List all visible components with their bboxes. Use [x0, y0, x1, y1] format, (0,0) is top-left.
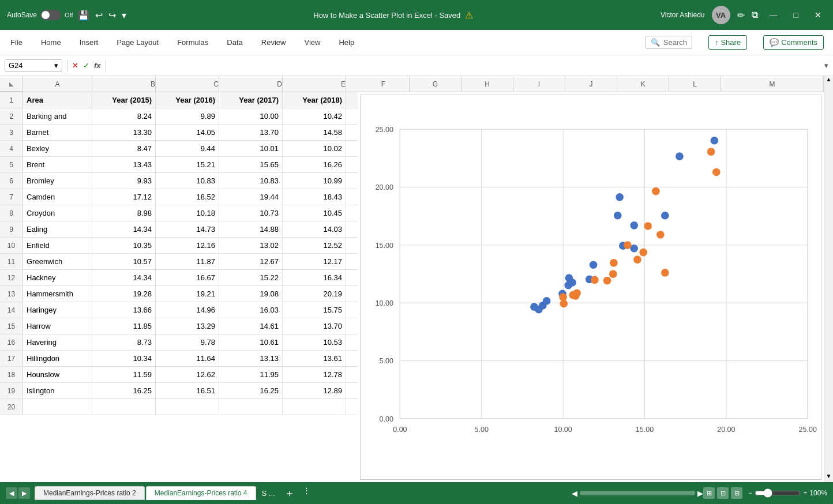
cell-year2016[interactable]: 10.18 [156, 205, 219, 221]
col-header-j[interactable]: J [565, 76, 617, 92]
cell-year2018[interactable]: 10.53 [283, 334, 346, 350]
cell-year2016[interactable]: 18.52 [156, 189, 219, 205]
header-area[interactable]: Area [23, 92, 92, 108]
close-button[interactable]: ✕ [810, 8, 826, 22]
cell-area[interactable]: Enfield [23, 238, 92, 253]
cell-area[interactable]: Greenwich [23, 254, 92, 269]
cell-year2017[interactable]: 10.01 [219, 141, 283, 156]
cell-area[interactable]: Haringey [23, 302, 92, 318]
header-year2017[interactable]: Year (2017) [219, 92, 283, 108]
cell-year2017[interactable]: 14.88 [219, 221, 283, 237]
maximize-button[interactable]: □ [789, 8, 803, 22]
cell-year2015[interactable]: 10.34 [92, 351, 156, 366]
sheet-nav-left[interactable]: ◀ [6, 487, 17, 499]
zoom-in-icon[interactable]: + [803, 489, 807, 497]
cell-empty[interactable] [156, 399, 219, 415]
cell-area[interactable]: Bromley [23, 173, 92, 189]
sheet-nav-right[interactable]: ▶ [18, 487, 30, 499]
cell-year2018[interactable]: 16.34 [283, 270, 346, 285]
col-header-g[interactable]: G [410, 76, 461, 92]
cell-year2015[interactable]: 11.59 [92, 367, 156, 382]
redo-icon[interactable]: ↪ [108, 10, 116, 21]
cell-area[interactable]: Barking and [23, 108, 92, 124]
pen-icon[interactable]: ✏ [737, 10, 745, 21]
undo-icon[interactable]: ↩ [95, 10, 103, 21]
customize-icon[interactable]: ▾ [122, 10, 126, 21]
cell-year2016[interactable]: 14.96 [156, 302, 219, 318]
col-header-b[interactable]: B [92, 76, 156, 92]
cell-year2018[interactable]: 12.52 [283, 238, 346, 253]
page-layout-view-icon[interactable]: ⊡ [717, 487, 729, 499]
cell-year2017[interactable]: 13.13 [219, 351, 283, 366]
cell-year2016[interactable]: 14.05 [156, 125, 219, 140]
cell-year2015[interactable]: 17.12 [92, 189, 156, 205]
ribbon-view[interactable]: View [303, 36, 321, 49]
ribbon-page-layout[interactable]: Page Layout [115, 36, 160, 49]
page-break-view-icon[interactable]: ⊟ [731, 487, 742, 499]
restore-icon[interactable]: ⧉ [752, 10, 758, 20]
cell-year2017[interactable]: 19.08 [219, 286, 283, 302]
cell-reference-box[interactable]: G24 ▾ [5, 59, 62, 72]
cell-year2015[interactable]: 16.25 [92, 383, 156, 398]
cell-year2016[interactable]: 15.21 [156, 157, 219, 172]
cell-year2017[interactable]: 15.65 [219, 157, 283, 172]
cell-year2017[interactable]: 10.73 [219, 205, 283, 221]
cell-year2016[interactable]: 9.44 [156, 141, 219, 156]
cell-year2015[interactable]: 13.43 [92, 157, 156, 172]
cell-year2018[interactable]: 13.61 [283, 351, 346, 366]
cell-area[interactable]: Barnet [23, 125, 92, 140]
vertical-scrollbar[interactable]: ▲ ▼ [824, 76, 833, 482]
cell-area[interactable]: Croydon [23, 205, 92, 221]
cell-year2017[interactable]: 12.67 [219, 254, 283, 269]
cell-year2015[interactable]: 13.66 [92, 302, 156, 318]
autosave-toggle[interactable] [40, 10, 61, 20]
col-header-a[interactable]: A [23, 76, 92, 92]
scatter-chart[interactable]: 25.00 20.00 15.00 10.00 5.00 0.00 0.00 5… [360, 95, 821, 480]
cell-year2018[interactable]: 18.43 [283, 189, 346, 205]
cell-year2015[interactable]: 11.85 [92, 318, 156, 334]
cell-area[interactable]: Bexley [23, 141, 92, 156]
fx-icon[interactable]: fx [94, 61, 101, 70]
ribbon-help[interactable]: Help [337, 36, 355, 49]
hscroll-right[interactable]: ▶ [697, 489, 703, 498]
zoom-slider[interactable] [755, 488, 801, 498]
cell-year2016[interactable]: 16.51 [156, 383, 219, 398]
cell-year2018[interactable]: 13.70 [283, 318, 346, 334]
cell-year2018[interactable]: 14.58 [283, 125, 346, 140]
header-year2016[interactable]: Year (2016) [156, 92, 219, 108]
cell-area[interactable]: Hounslow [23, 367, 92, 382]
ribbon-home[interactable]: Home [40, 36, 62, 49]
cell-year2015[interactable]: 10.35 [92, 238, 156, 253]
save-icon[interactable]: 💾 [78, 10, 89, 21]
cell-year2017[interactable]: 10.00 [219, 108, 283, 124]
cell-year2017[interactable]: 19.44 [219, 189, 283, 205]
cell-year2018[interactable]: 20.19 [283, 286, 346, 302]
cell-year2018[interactable]: 16.26 [283, 157, 346, 172]
cell-year2017[interactable]: 10.83 [219, 173, 283, 189]
cell-year2016[interactable]: 12.16 [156, 238, 219, 253]
cell-area[interactable]: Camden [23, 189, 92, 205]
ribbon-formulas[interactable]: Formulas [176, 36, 209, 49]
sheet-tab-1[interactable]: MedianEarnings-Prices ratio 2 [35, 486, 145, 500]
scroll-track[interactable] [824, 85, 833, 473]
cell-year2015[interactable]: 8.98 [92, 205, 156, 221]
cell-year2017[interactable]: 16.25 [219, 383, 283, 398]
cell-year2018[interactable]: 12.89 [283, 383, 346, 398]
header-year2015[interactable]: Year (2015) [92, 92, 156, 108]
cell-area[interactable]: Brent [23, 157, 92, 172]
cell-area[interactable]: Hammersmith [23, 286, 92, 302]
col-header-k[interactable]: K [617, 76, 669, 92]
cell-year2015[interactable]: 8.73 [92, 334, 156, 350]
cell-year2017[interactable]: 16.03 [219, 302, 283, 318]
cell-area[interactable]: Islington [23, 383, 92, 398]
cell-year2018[interactable]: 10.99 [283, 173, 346, 189]
sheet-tab-more[interactable]: S ... [257, 487, 280, 500]
confirm-icon[interactable]: ✓ [83, 61, 89, 70]
cell-empty[interactable] [283, 399, 346, 415]
cell-year2015[interactable]: 13.30 [92, 125, 156, 140]
cell-year2016[interactable]: 13.29 [156, 318, 219, 334]
cell-year2017[interactable]: 13.02 [219, 238, 283, 253]
cell-area[interactable]: Ealing [23, 221, 92, 237]
cell-year2015[interactable]: 9.93 [92, 173, 156, 189]
cell-year2015[interactable]: 14.34 [92, 270, 156, 285]
